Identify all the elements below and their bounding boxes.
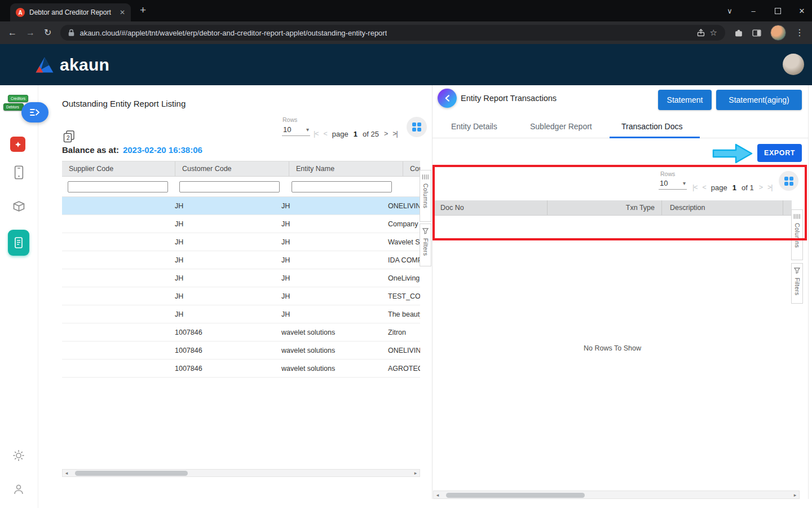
cell-entity: wavelet solutions [275,365,381,373]
share-icon[interactable] [697,29,705,37]
rp-rows-label: Rows [660,170,675,177]
col-header-txn-type[interactable]: Txn Type [548,200,662,215]
window-close-button[interactable]: ✕ [796,0,807,21]
table-row[interactable]: JHJHOneLiving [62,269,420,287]
window-minimize-button[interactable]: – [748,0,759,21]
window-chevron-icon[interactable]: ∨ [724,0,735,21]
page-word: page [332,130,348,138]
scroll-left-icon[interactable]: ◂ [63,470,70,476]
apps-grid-icon [412,122,422,132]
table-row[interactable]: 1007846wavelet solutionsZitron [62,323,420,341]
page-first-icon[interactable]: |< [692,183,698,191]
filter-entity-input[interactable] [292,181,392,192]
active-tab-underline [610,137,700,138]
table-row[interactable]: JHJHTEST_COMP [62,287,420,305]
cell-company: Zitron [381,329,420,336]
page-prev-icon[interactable]: < [703,183,706,191]
right-horizontal-scrollbar[interactable]: ◂ ▸ [433,491,800,499]
browser-profile-avatar[interactable] [770,25,786,41]
col-header-supplier-code[interactable]: Supplier Code [62,161,175,176]
left-horizontal-scrollbar[interactable]: ◂ ▸ [62,469,420,477]
tab-transaction-docs[interactable]: Transaction Docs [621,122,682,131]
scroll-thumb[interactable] [75,471,188,476]
scroll-right-icon[interactable]: ▸ [412,470,420,476]
cell-company: ONELIVING [381,347,420,354]
page-next-icon[interactable]: > [759,183,762,191]
sidebar-expand-button[interactable] [21,102,48,122]
entity-table-header: Supplier Code Customer Code Entity Name … [62,161,420,177]
address-bar[interactable]: akaun.cloud/#/applet/tnt/wavelet/erp/deb… [60,25,725,41]
columns-side-tab[interactable]: Columns [420,170,431,222]
scroll-track[interactable] [442,491,791,498]
tab-entity-details[interactable]: Entity Details [451,122,497,131]
tab-subledger-report[interactable]: Subledger Report [530,122,592,131]
extensions-puzzle-icon[interactable] [734,28,743,37]
tab-favicon-icon: A [16,8,25,17]
browser-tab[interactable]: A Debtor and Creditor Report ✕ [10,3,131,21]
statement-button[interactable]: Statement [658,90,712,110]
tab-close-icon[interactable]: ✕ [120,8,125,16]
rp-columns-side-tab[interactable]: Columns [791,209,803,260]
nav-back-icon[interactable]: ← [8,28,17,37]
table-row[interactable]: JHJHThe beauty [62,305,420,323]
rp-filters-side-tab[interactable]: Filters [791,263,803,304]
annotation-cyan-arrow [712,142,754,167]
rp-rows-per-page-select[interactable]: 10 ▾ [659,178,687,190]
table-row[interactable]: 1007846wavelet solutionsONELIVING [62,341,420,360]
bookmark-star-icon[interactable]: ☆ [710,28,717,38]
window-maximize-button[interactable] [772,0,783,21]
table-row[interactable]: JHJHIDA COMPA [62,251,420,269]
sidebar-item-red-app[interactable] [10,137,25,152]
table-row[interactable]: 1007846wavelet solutionsAGROTECH [62,360,420,378]
columns-tab-label: Columns [422,183,429,208]
cell-customer: 1007846 [168,347,275,354]
creditors-debtors-widget[interactable]: Creditors Debtors [3,95,24,110]
col-header-doc-no[interactable]: Doc No [433,200,548,215]
filters-side-tab[interactable]: Filters [420,224,431,266]
rp-column-grid-button[interactable] [779,171,798,191]
panel-right-edge [808,85,809,499]
statement-aging-button[interactable]: Statement(aging) [716,90,802,110]
sidebar-profile[interactable] [12,483,25,496]
page-prev-icon[interactable]: < [324,130,327,138]
export-button[interactable]: EXPORT [757,144,802,162]
user-avatar[interactable] [783,54,804,75]
back-arrow-icon [444,94,451,102]
sidebar-settings-gear[interactable] [12,449,25,462]
scroll-thumb[interactable] [446,493,585,498]
back-button[interactable] [438,89,457,108]
page-last-icon[interactable]: >| [767,183,773,191]
column-grid-button[interactable] [407,117,427,137]
scroll-track[interactable] [70,470,412,476]
rp-rows-per-page-value: 10 [660,179,668,187]
filter-row [62,177,420,197]
nav-forward-icon[interactable]: → [26,28,35,37]
screen: A Debtor and Creditor Report ✕ + ∨ – ✕ ←… [0,0,812,508]
akaun-logo[interactable]: akaun [35,55,109,75]
scroll-right-icon[interactable]: ▸ [791,492,799,498]
table-row[interactable]: JHJHCompany N [62,215,420,233]
table-row[interactable]: JHJHONELIVING [62,197,420,215]
page-next-icon[interactable]: > [384,130,387,138]
scroll-left-icon[interactable]: ◂ [434,492,442,498]
page-last-icon[interactable]: >| [392,130,398,138]
filter-supplier-input[interactable] [68,181,168,192]
sidebar-item-reports-active[interactable] [8,230,29,256]
rows-per-page-select[interactable]: 10 ▾ [282,125,310,136]
sidebar-item-orders[interactable] [12,200,25,213]
browser-menu-kebab-icon[interactable]: ⋮ [795,28,804,37]
nav-reload-icon[interactable]: ↻ [44,28,51,37]
sidebar-item-device[interactable] [13,165,25,179]
cell-customer: 1007846 [168,365,275,373]
filter-customer-input[interactable] [179,181,280,192]
person-icon [12,483,25,496]
col-header-customer-code[interactable]: Customer Code [175,161,289,176]
split-screen-icon[interactable] [752,29,761,37]
col-header-entity-name[interactable]: Entity Name [289,161,403,176]
copy-count-icon[interactable]: 2 [63,130,76,146]
col-header-description[interactable]: Description [662,200,783,215]
new-tab-button[interactable]: + [140,5,146,16]
page-first-icon[interactable]: |< [314,130,319,138]
col-header-company-name[interactable]: Company N [403,161,420,176]
table-row[interactable]: JHJHWavelet Sol [62,233,420,251]
